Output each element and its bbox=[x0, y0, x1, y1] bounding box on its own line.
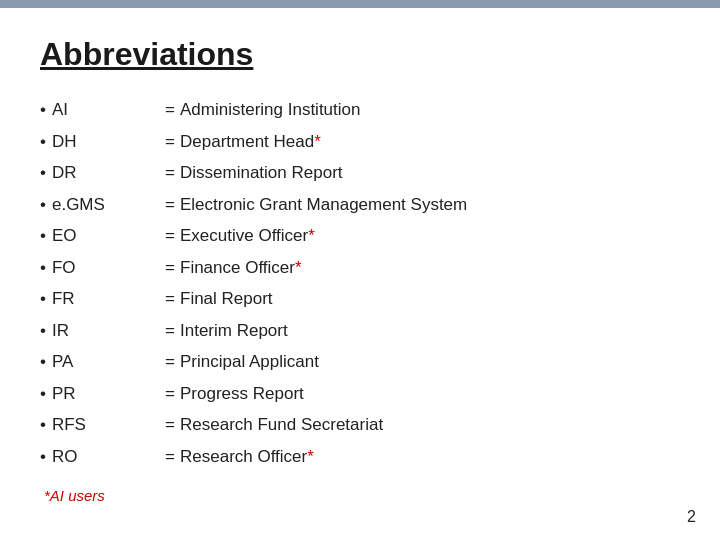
abbr-key: •PA bbox=[40, 349, 160, 375]
abbr-abbreviation: PA bbox=[52, 349, 73, 375]
abbr-key: •DR bbox=[40, 160, 160, 186]
abbr-key: •EO bbox=[40, 223, 160, 249]
abbr-definition: Finance Officer* bbox=[180, 255, 680, 281]
abbr-definition: Department Head* bbox=[180, 129, 680, 155]
equals-sign: = bbox=[160, 255, 180, 281]
abbr-definition: Final Report bbox=[180, 286, 680, 312]
equals-sign: = bbox=[160, 223, 180, 249]
asterisk: * bbox=[314, 132, 321, 151]
bullet-icon: • bbox=[40, 223, 46, 249]
bullet-icon: • bbox=[40, 97, 46, 123]
abbr-abbreviation: RO bbox=[52, 444, 78, 470]
abbr-definition: Progress Report bbox=[180, 381, 680, 407]
asterisk: * bbox=[308, 226, 315, 245]
abbr-abbreviation: IR bbox=[52, 318, 69, 344]
abbr-definition: Principal Applicant bbox=[180, 349, 680, 375]
asterisk: * bbox=[295, 258, 302, 277]
bullet-icon: • bbox=[40, 381, 46, 407]
bullet-icon: • bbox=[40, 349, 46, 375]
abbr-key: •e.GMS bbox=[40, 192, 160, 218]
bullet-icon: • bbox=[40, 412, 46, 438]
abbr-definition: Executive Officer* bbox=[180, 223, 680, 249]
footer-note: *AI users bbox=[40, 487, 680, 504]
abbr-abbreviation: FR bbox=[52, 286, 75, 312]
abbr-key: •AI bbox=[40, 97, 160, 123]
bullet-icon: • bbox=[40, 192, 46, 218]
abbr-abbreviation: DH bbox=[52, 129, 77, 155]
abbr-abbreviation: e.GMS bbox=[52, 192, 105, 218]
abbr-definition: Research Officer* bbox=[180, 444, 680, 470]
abbr-definition: Administering Institution bbox=[180, 97, 680, 123]
abbr-abbreviation: FO bbox=[52, 255, 76, 281]
bullet-icon: • bbox=[40, 444, 46, 470]
abbr-key: •IR bbox=[40, 318, 160, 344]
bullet-icon: • bbox=[40, 255, 46, 281]
bullet-icon: • bbox=[40, 129, 46, 155]
abbr-definition: Research Fund Secretariat bbox=[180, 412, 680, 438]
abbr-abbreviation: DR bbox=[52, 160, 77, 186]
abbr-key: •PR bbox=[40, 381, 160, 407]
abbr-key: •FO bbox=[40, 255, 160, 281]
abbreviations-table: •AI=Administering Institution•DH=Departm… bbox=[40, 97, 680, 469]
abbr-abbreviation: AI bbox=[52, 97, 68, 123]
equals-sign: = bbox=[160, 286, 180, 312]
abbr-abbreviation: PR bbox=[52, 381, 76, 407]
equals-sign: = bbox=[160, 349, 180, 375]
main-content: Abbreviations •AI=Administering Institut… bbox=[0, 8, 720, 524]
equals-sign: = bbox=[160, 381, 180, 407]
abbr-key: •RFS bbox=[40, 412, 160, 438]
abbr-abbreviation: EO bbox=[52, 223, 77, 249]
asterisk: * bbox=[307, 447, 314, 466]
top-bar bbox=[0, 0, 720, 8]
equals-sign: = bbox=[160, 129, 180, 155]
equals-sign: = bbox=[160, 160, 180, 186]
abbr-key: •RO bbox=[40, 444, 160, 470]
page-title: Abbreviations bbox=[40, 36, 680, 73]
bullet-icon: • bbox=[40, 286, 46, 312]
abbr-abbreviation: RFS bbox=[52, 412, 86, 438]
abbr-definition: Dissemination Report bbox=[180, 160, 680, 186]
bullet-icon: • bbox=[40, 318, 46, 344]
abbr-definition: Interim Report bbox=[180, 318, 680, 344]
equals-sign: = bbox=[160, 444, 180, 470]
abbr-key: •DH bbox=[40, 129, 160, 155]
equals-sign: = bbox=[160, 318, 180, 344]
page-number: 2 bbox=[687, 508, 696, 526]
abbr-definition: Electronic Grant Management System bbox=[180, 192, 680, 218]
equals-sign: = bbox=[160, 192, 180, 218]
bullet-icon: • bbox=[40, 160, 46, 186]
equals-sign: = bbox=[160, 412, 180, 438]
equals-sign: = bbox=[160, 97, 180, 123]
abbr-key: •FR bbox=[40, 286, 160, 312]
